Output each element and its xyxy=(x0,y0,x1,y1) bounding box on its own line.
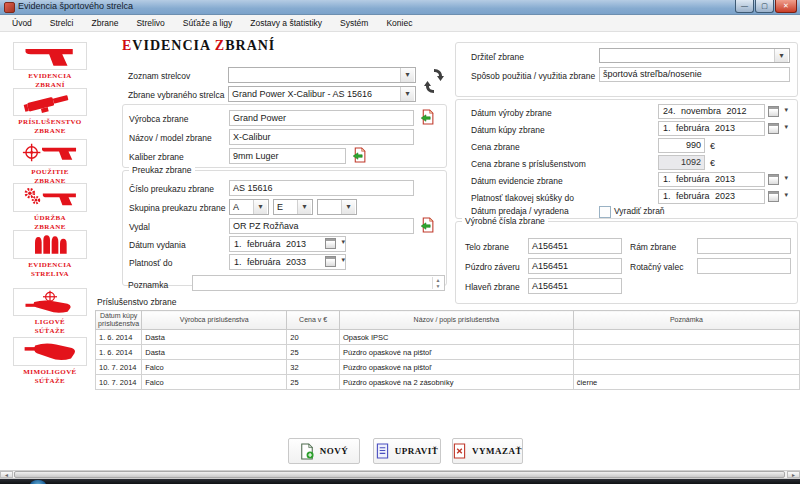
refresh-icon[interactable] xyxy=(424,67,444,95)
doc-arrow-icon[interactable] xyxy=(420,109,434,125)
table-cell[interactable]: 25 xyxy=(287,345,340,360)
zbrane-strelca-combobox[interactable]: Grand Power X-Calibur - AS 15616 xyxy=(228,86,416,102)
table-cell[interactable]: Dasta xyxy=(142,330,287,345)
hlaven-zbrane-input[interactable]: A156451 xyxy=(528,278,622,294)
sidebar-item-udrzba-zbrane[interactable]: ÚDRŽBAZBRANE xyxy=(12,183,88,232)
edit-button[interactable]: UPRAVIŤ xyxy=(373,438,441,464)
kaliber-input[interactable]: 9mm Luger xyxy=(229,148,346,164)
menu-item-koniec[interactable]: Koniec xyxy=(377,15,421,31)
table-cell[interactable] xyxy=(573,345,799,360)
table-cell[interactable]: 1. 6. 2014 xyxy=(96,330,142,345)
column-header[interactable]: Poznámka xyxy=(573,311,799,330)
menu-item-syst-m[interactable]: Systém xyxy=(331,15,377,31)
calendar-icon[interactable]: ▾ xyxy=(325,236,345,251)
table-cell[interactable]: 1. 6. 2014 xyxy=(96,345,142,360)
new-button[interactable]: NOVÝ xyxy=(288,438,360,464)
sidebar-item-evidencia-zbrani[interactable]: EVIDENCIAZBRANÍ xyxy=(12,42,88,90)
calendar-icon[interactable]: ▾ xyxy=(768,121,788,136)
taskbar[interactable] xyxy=(0,479,800,484)
hlaven-zbrane-label: Hlaveň zbrane xyxy=(465,282,520,292)
drzitel-combobox[interactable] xyxy=(599,48,790,63)
table-cell[interactable]: 10. 7. 2014 xyxy=(96,375,142,390)
calendar-icon[interactable]: ▾ xyxy=(325,254,345,269)
table-row[interactable]: 1. 6. 2014Dasta25Púzdro opaskové na pišt… xyxy=(96,345,800,360)
nazov-input[interactable]: X-Calibur xyxy=(229,129,414,145)
column-header[interactable]: Cena v € xyxy=(287,311,340,330)
sidebar-item-ligove-sutaze[interactable]: LIGOVÉSÚŤAŽE xyxy=(12,288,88,336)
column-header[interactable]: Výrobca príslušenstva xyxy=(142,311,287,330)
menu-item-zbrane[interactable]: Zbrane xyxy=(82,15,127,31)
table-cell[interactable]: Falco xyxy=(142,375,287,390)
pistol-gears-icon xyxy=(22,185,78,210)
sidebar-item-mimoligove-sutaze[interactable]: MIMOLIGOVÉSÚŤAŽE xyxy=(12,337,88,386)
vyradit-zbran-checkbox[interactable] xyxy=(599,206,611,218)
datum-predaja-label: Dátum predaja / vyradena xyxy=(471,206,569,216)
table-cell[interactable]: Púzdro opaskové na 2 zásobníky xyxy=(339,375,573,390)
table-cell[interactable] xyxy=(573,360,799,375)
table-row[interactable]: 10. 7. 2014Falco25Púzdro opaskové na 2 z… xyxy=(96,375,800,390)
datum-evidencie-label: Dátum evidencie zbrane xyxy=(471,176,563,186)
scrollbar-thumb[interactable] xyxy=(14,471,785,478)
pistol-icon xyxy=(22,44,78,68)
cena-input[interactable]: 990 xyxy=(658,138,705,153)
table-cell[interactable]: Dasta xyxy=(142,345,287,360)
close-button[interactable]: ✕ xyxy=(775,0,797,13)
scroll-right-icon[interactable]: ► xyxy=(787,471,800,478)
cislo-preukazu-input[interactable]: AS 15616 xyxy=(229,180,414,196)
suppressor-icon xyxy=(22,90,78,114)
menu-item-zostavy-a-tatistiky[interactable]: Zostavy a štatistiky xyxy=(241,15,331,31)
table-cell[interactable]: 25 xyxy=(287,375,340,390)
start-orb-icon[interactable] xyxy=(30,480,46,484)
datum-kupy-datepicker[interactable]: 1. februára 2013 xyxy=(658,121,765,136)
menu-item-s-a-e-a-ligy[interactable]: Súťaže a ligy xyxy=(174,15,242,31)
scroll-arrows-icon[interactable]: ▲▼ xyxy=(432,277,443,289)
delete-button[interactable]: VYMAZAŤ xyxy=(452,438,523,464)
puzdro-zaveru-input[interactable]: A156451 xyxy=(528,258,622,274)
calendar-icon[interactable]: ▾ xyxy=(768,189,788,204)
scroll-left-icon[interactable]: ◄ xyxy=(0,471,13,478)
table-cell[interactable]: Púzdro opaskové na pištoľ xyxy=(339,360,573,375)
menu-item-strelci[interactable]: Strelci xyxy=(41,15,83,31)
horizontal-scrollbar[interactable]: ◄ ► xyxy=(0,470,800,479)
skupina-combobox-3[interactable] xyxy=(317,199,357,215)
platnost-tlakovej-label: Platnosť tlakovej skúšky do xyxy=(471,193,574,203)
menu-item--vod[interactable]: Úvod xyxy=(3,15,41,31)
table-cell[interactable]: čierne xyxy=(573,375,799,390)
vyrobca-input[interactable]: Grand Power xyxy=(229,110,414,126)
telo-zbrane-input[interactable]: A156451 xyxy=(528,238,622,254)
datum-vyroby-datepicker[interactable]: 24. novembra 2012 xyxy=(658,104,765,119)
table-cell[interactable]: 32 xyxy=(287,360,340,375)
table-cell[interactable]: 20 xyxy=(287,330,340,345)
table-cell[interactable]: Falco xyxy=(142,360,287,375)
rotacny-valec-input[interactable] xyxy=(697,258,791,274)
ram-zbrane-input[interactable] xyxy=(697,238,791,254)
calendar-icon[interactable]: ▾ xyxy=(768,172,788,187)
table-cell[interactable]: Opasok IPSC xyxy=(339,330,573,345)
table-cell[interactable]: 10. 7. 2014 xyxy=(96,360,142,375)
menu-item-strelivo[interactable]: Strelivo xyxy=(127,15,173,31)
platnost-tlakovej-datepicker[interactable]: 1. februára 2023 xyxy=(658,189,765,204)
column-header[interactable]: Dátum kúpy príslušenstva xyxy=(96,311,142,330)
sidebar-item-prislusenstvo-zbrane[interactable]: PRÍSLUŠENSTVOZBRANE xyxy=(12,88,88,136)
skupina-combobox-1[interactable]: A xyxy=(229,199,269,215)
skupina-combobox-2[interactable]: E xyxy=(273,199,313,215)
calendar-icon[interactable]: ▾ xyxy=(768,104,788,119)
datum-evidencie-datepicker[interactable]: 1. februára 2013 xyxy=(658,172,765,187)
table-row[interactable]: 10. 7. 2014Falco32Púzdro opaskové na piš… xyxy=(96,360,800,375)
column-header[interactable]: Názov / popis príslušenstva xyxy=(339,311,573,330)
zoznam-strelcov-combobox[interactable] xyxy=(228,67,416,83)
table-row[interactable]: 1. 6. 2014Dasta20Opasok IPSC xyxy=(96,330,800,345)
sposob-input[interactable]: športová streľba/nosenie xyxy=(599,67,790,82)
table-cell[interactable]: Púzdro opaskové na pištoľ xyxy=(339,345,573,360)
poznamka-input[interactable]: ▲▼ xyxy=(192,275,445,291)
minimize-button[interactable]: — xyxy=(735,0,754,13)
serials-group-title: Výrobné čísla zbrane xyxy=(462,216,548,226)
doc-arrow-icon[interactable] xyxy=(352,147,366,163)
vydal-input[interactable]: OR PZ Rožňava xyxy=(229,218,414,234)
table-cell[interactable] xyxy=(573,330,799,345)
sidebar-item-pouzitie-zbrane[interactable]: POUŽITIEZBRANE xyxy=(12,139,88,186)
doc-arrow-icon[interactable] xyxy=(420,217,434,233)
rotacny-valec-label: Rotačný valec xyxy=(630,262,683,272)
maximize-button[interactable]: ▢ xyxy=(755,0,774,13)
sidebar-item-evidencia-streliva[interactable]: EVIDENCIASTRELIVA xyxy=(12,230,88,279)
